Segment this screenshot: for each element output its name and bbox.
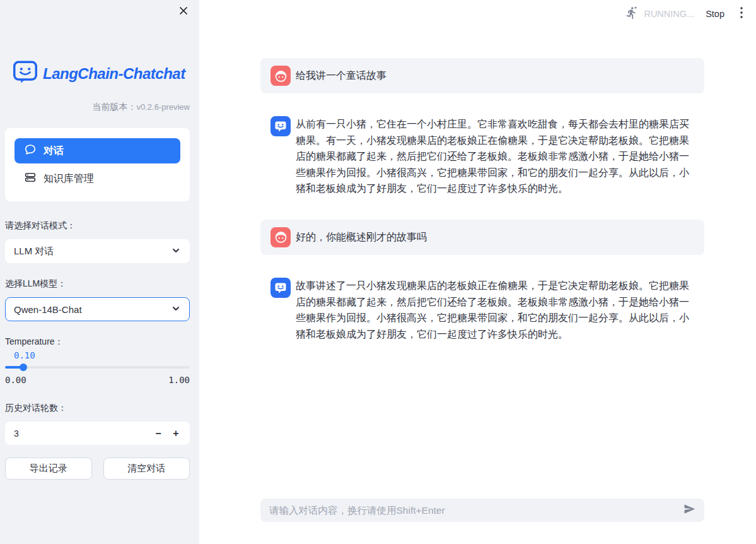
- chat-message-assistant: 故事讲述了一只小猪发现糖果店的老板娘正在偷糖果，于是它决定帮助老板娘。它把糖果店…: [260, 278, 704, 342]
- user-avatar: [270, 227, 291, 247]
- message-text: 从前有一只小猪，它住在一个小村庄里。它非常喜欢吃甜食，每天都会去村里的糖果店买糖…: [296, 116, 694, 197]
- temperature-max-label: 1.00: [168, 375, 190, 385]
- version-value: v0.2.6-preview: [136, 102, 190, 112]
- temperature-slider: 0.10 0.00 1.00: [5, 350, 190, 385]
- history-rounds-value: 3: [14, 429, 149, 439]
- llm-model-select[interactable]: Qwen-14B-Chat: [5, 297, 190, 321]
- stop-button[interactable]: Stop: [706, 9, 724, 19]
- dialogue-mode-value: LLM 对话: [14, 245, 54, 257]
- kebab-menu-icon: [740, 7, 743, 21]
- temperature-label: Temperature：: [5, 336, 190, 348]
- bot-avatar: [270, 278, 291, 298]
- chevron-down-icon: [171, 304, 181, 316]
- send-button[interactable]: [682, 503, 697, 518]
- chat-history: 给我讲一个童话故事 从前有一只小猪，它住在一个小村庄里。它非常喜欢吃甜食，每天都…: [260, 0, 704, 544]
- user-avatar: [270, 66, 291, 86]
- llm-model-value: Qwen-14B-Chat: [14, 304, 82, 315]
- temperature-slider-thumb[interactable]: [20, 364, 27, 371]
- chat-input[interactable]: [269, 505, 682, 516]
- history-rounds-input[interactable]: 3 − +: [5, 422, 190, 445]
- message-text: 好的，你能概述刚才的故事吗: [296, 227, 427, 247]
- temperature-min-label: 0.00: [5, 375, 26, 385]
- message-text: 给我讲一个童话故事: [296, 66, 387, 86]
- chat-message-user: 好的，你能概述刚才的故事吗: [260, 220, 704, 255]
- version-info: 当前版本：v0.2.6-preview: [5, 102, 190, 113]
- clear-dialogue-button[interactable]: 清空对话: [103, 458, 190, 480]
- chat-bubble-smiley-logo-icon: [13, 61, 38, 86]
- decrement-button[interactable]: −: [149, 425, 167, 442]
- increment-button[interactable]: +: [167, 425, 185, 442]
- sidebar: LangChain-Chatchat 当前版本：v0.2.6-preview 对…: [0, 0, 199, 544]
- message-text: 故事讲述了一只小猪发现糖果店的老板娘正在偷糖果，于是它决定帮助老板娘。它把糖果店…: [296, 278, 694, 342]
- dialogue-mode-label: 请选择对话模式：: [5, 220, 190, 232]
- dialogue-mode-select[interactable]: LLM 对话: [5, 239, 190, 263]
- chat-input-bar: [260, 499, 704, 522]
- temperature-value: 0.10: [14, 350, 190, 360]
- llm-model-label: 选择LLM模型：: [5, 278, 190, 290]
- minus-icon: −: [155, 428, 161, 439]
- history-rounds-label: 历史对话轮数：: [5, 403, 190, 414]
- close-icon: [178, 6, 189, 18]
- chat-bubble-icon: [25, 144, 36, 158]
- sidebar-close-button[interactable]: [177, 5, 190, 19]
- nav-item-knowledge-base[interactable]: 知识库管理: [15, 166, 180, 191]
- nav-item-label: 对话: [44, 145, 64, 158]
- menu-button[interactable]: [736, 6, 747, 21]
- main-area: RUNNING... Stop 给我讲一个童话故事: [199, 0, 756, 544]
- nav-item-dialogue[interactable]: 对话: [15, 138, 180, 163]
- version-label: 当前版本：: [92, 102, 136, 112]
- chevron-down-icon: [171, 245, 181, 257]
- chat-message-user: 给我讲一个童话故事: [260, 58, 704, 93]
- export-history-button[interactable]: 导出记录: [5, 458, 92, 480]
- nav-menu: 对话 知识库管理: [5, 128, 190, 201]
- app-title: LangChain-Chatchat: [43, 65, 185, 83]
- temperature-slider-track[interactable]: [5, 366, 190, 369]
- send-icon: [683, 503, 695, 517]
- chat-message-assistant: 从前有一只小猪，它住在一个小村庄里。它非常喜欢吃甜食，每天都会去村里的糖果店买糖…: [260, 116, 704, 197]
- server-stack-icon: [25, 172, 36, 186]
- app-logo: LangChain-Chatchat: [13, 61, 190, 86]
- plus-icon: +: [173, 428, 178, 439]
- nav-item-label: 知识库管理: [44, 172, 94, 186]
- bot-avatar: [270, 116, 291, 136]
